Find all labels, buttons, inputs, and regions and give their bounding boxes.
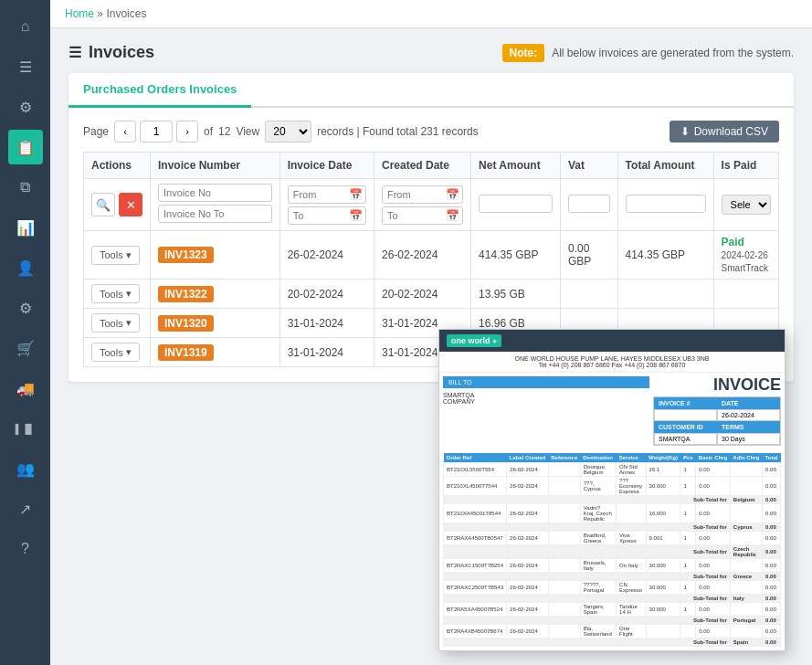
note-badge: Note:: [502, 44, 545, 62]
inv-subtotal-row: Sub-Total for Italy0.00: [444, 595, 781, 603]
page-nav: ‹ ›: [114, 121, 198, 142]
vat-1: 0.00 GBP: [561, 231, 618, 280]
sidebar-item-settings[interactable]: ⚙: [8, 90, 43, 124]
inv-service: ON Std Annex: [617, 463, 647, 477]
sidebar-item-cart[interactable]: 🛒: [8, 331, 43, 365]
download-csv-button[interactable]: ⬇ Download CSV: [670, 121, 779, 142]
tools-button-4[interactable]: Tools ▾: [91, 343, 140, 362]
customer-id-value: SMARTQA: [654, 433, 717, 445]
inv-table-row: BT2RA4XB45007B67426-02-2024 Bla, Switzer…: [444, 625, 781, 639]
tools-button-1[interactable]: Tools ▾: [91, 246, 140, 265]
invoice-main: BILL TO SMARTQA COMPANY INVOICE INVOICE …: [439, 373, 785, 449]
customer-info: SMARTQA COMPANY: [443, 392, 649, 405]
top-bar: Home » Invoices: [50, 0, 812, 28]
invoice-title: INVOICE: [653, 376, 781, 393]
customer-company: COMPANY: [443, 398, 649, 405]
inv-dest: Doorque, Belgium: [580, 463, 616, 477]
sidebar-item-gear2[interactable]: ⚙: [8, 290, 43, 325]
sidebar-item-menu[interactable]: ☰: [8, 49, 43, 84]
sidebar-item-arrow[interactable]: ↗: [8, 491, 43, 526]
created-date-from-input[interactable]: [382, 185, 463, 204]
total-amount-input[interactable]: [626, 195, 706, 213]
is-paid-select[interactable]: Select ( Paid Unpaid: [722, 195, 771, 215]
customer-name: SMARTQA: [443, 392, 649, 398]
records-text: records | Found total 231 records: [317, 125, 479, 138]
tabs-bar: Purchased Orders Invoices: [69, 73, 794, 108]
customer-id-header: CUSTOMER ID: [654, 421, 717, 433]
invoice-to-input[interactable]: [158, 205, 272, 223]
invoice-date-from-input[interactable]: [288, 185, 366, 204]
invoice-popup: one world ✈ ONE WORLD HOUSE PUMP LANE, H…: [438, 329, 786, 651]
breadcrumb-separator: »: [97, 7, 103, 20]
invoice-number-badge-4: INV1319: [158, 344, 214, 361]
tools-button-3[interactable]: Tools ▾: [91, 313, 140, 332]
page-label: Page: [83, 125, 109, 138]
invoice-table-section: Order Ref Label Created Reference Destin…: [439, 453, 785, 650]
view-select[interactable]: 10 20 50 100: [265, 121, 311, 142]
chevron-down-icon: ▾: [126, 346, 132, 358]
created-date-1: 26-02-2024: [374, 231, 470, 280]
clear-button[interactable]: ✕: [119, 193, 142, 216]
invoice-date-3: 31-01-2024: [279, 309, 374, 338]
created-date-to-wrap: 📅: [382, 206, 463, 225]
th-pcs: Pcs: [680, 453, 696, 463]
sidebar-item-home[interactable]: ⌂: [8, 9, 43, 44]
th-total: Total: [763, 453, 781, 463]
download-icon: ⬇: [680, 125, 690, 138]
invoice-right: INVOICE INVOICE # DATE 26-02-2024 CUSTOM…: [653, 376, 781, 446]
invoice-no-header: INVOICE #: [654, 397, 717, 409]
inv-created: 26-02-2024: [507, 463, 549, 477]
sidebar-item-file[interactable]: 📋: [8, 130, 43, 164]
col-is-paid: Is Paid: [713, 153, 778, 179]
next-page-button[interactable]: ›: [176, 121, 198, 142]
date-value: 26-02-2024: [717, 409, 780, 421]
search-button[interactable]: 🔍: [91, 193, 115, 216]
created-date-2: 20-02-2024: [374, 280, 470, 309]
col-invoice-number: Invoice Number: [151, 153, 280, 179]
note-text: All below invoices are generated from th…: [552, 47, 794, 59]
net-amount-2: 13.95 GB: [471, 280, 561, 309]
pagination-row: Page ‹ › of 12 View 10 20 50 100: [69, 121, 794, 152]
total-amount-2: [617, 280, 713, 309]
sidebar-item-profile[interactable]: 👤: [8, 250, 43, 285]
net-amount-input[interactable]: [479, 195, 553, 213]
th-order-ref: Order Ref: [444, 453, 507, 463]
th-destination: Destination: [580, 453, 616, 463]
created-date-to-input[interactable]: [382, 206, 463, 225]
sidebar-item-users[interactable]: 👥: [8, 451, 43, 486]
invoice-date-to-input[interactable]: [288, 206, 366, 225]
vat-input[interactable]: [568, 195, 610, 213]
of-label: of: [204, 125, 213, 138]
date-header: DATE: [717, 397, 780, 409]
invoice-from-input[interactable]: [158, 184, 272, 202]
terms-value: 30 Days: [717, 433, 780, 445]
invoice-number-badge-1: INV1323: [158, 247, 214, 263]
inv-subtotal-row: Sub-Total for Czech Republic0.00: [444, 545, 781, 559]
company-logo: one world ✈: [447, 334, 501, 347]
breadcrumb-home[interactable]: Home: [65, 7, 94, 20]
net-amount-1: 414.35 GBP: [471, 231, 561, 280]
inv-subtotal-row: Sub-Total for Belgium0.00: [444, 496, 781, 504]
sidebar-item-help[interactable]: ?: [8, 532, 43, 566]
page-number-input[interactable]: [140, 121, 173, 142]
invoice-date-from-wrap: 📅: [288, 185, 366, 204]
terms-header: TERMS: [717, 421, 780, 433]
th-adln: Adln Chrg: [730, 453, 762, 463]
chevron-down-icon: ▾: [126, 288, 132, 300]
prev-page-button[interactable]: ‹: [114, 121, 136, 142]
invoice-info-grid: INVOICE # DATE 26-02-2024 CUSTOMER ID TE…: [653, 396, 781, 446]
sidebar-item-truck[interactable]: 🚚: [8, 371, 43, 406]
col-actions: Actions: [84, 153, 151, 179]
tools-button-2[interactable]: Tools ▾: [91, 284, 140, 303]
col-total-amount: Total Amount: [617, 153, 713, 179]
sidebar-item-copy[interactable]: ⧉: [8, 170, 43, 205]
sidebar-item-chart[interactable]: 📊: [8, 210, 43, 245]
tab-purchased-orders[interactable]: Purchased Orders Invoices: [69, 73, 251, 108]
invoice-company-info: ONE WORLD HOUSE PUMP LANE, HAYES MIDDLES…: [439, 352, 785, 373]
sidebar-item-barcode[interactable]: ▌▐▌: [8, 411, 43, 446]
is-paid-2: [713, 280, 778, 309]
invoice-left: BILL TO SMARTQA COMPANY: [443, 376, 649, 446]
col-created-date: Created Date: [374, 153, 470, 179]
list-icon: ☰: [69, 44, 81, 61]
th-service: Service: [617, 453, 647, 463]
